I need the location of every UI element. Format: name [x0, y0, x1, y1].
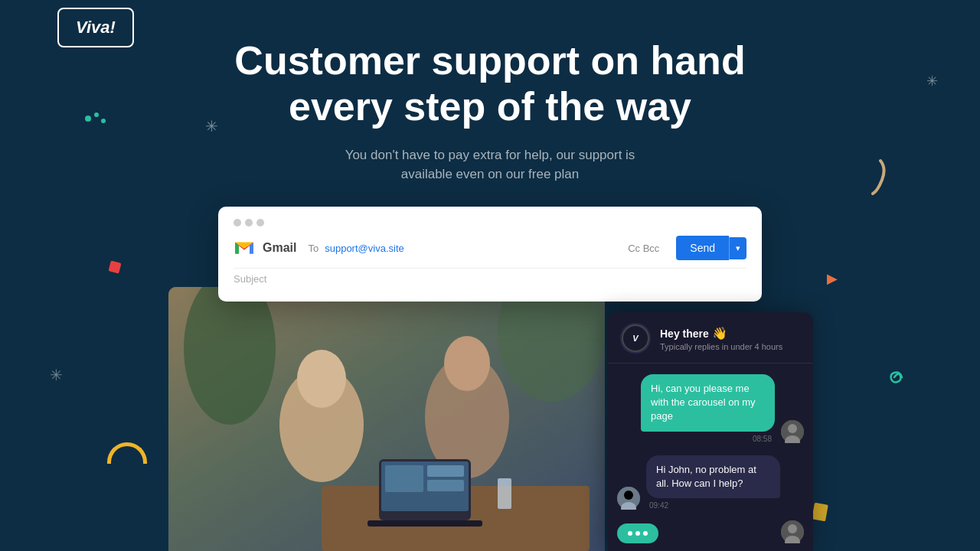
- svg-point-18: [788, 424, 797, 433]
- gmail-to-label: To: [308, 243, 318, 254]
- orange-arrow-decoration: ▶: [827, 270, 838, 287]
- hero-section: Customer support on hand every step of t…: [0, 38, 980, 184]
- svg-point-27: [94, 112, 99, 117]
- typing-dot-3: [643, 531, 648, 536]
- hero-title-line2: every step of the way: [289, 84, 691, 129]
- svg-point-21: [624, 491, 633, 500]
- chat-agent-message-text: Hi John, no problem at all. How can I he…: [656, 464, 756, 489]
- gmail-app-name: Gmail: [263, 241, 296, 255]
- svg-point-26: [85, 116, 91, 122]
- asterisk-decoration-left: ✳: [205, 117, 218, 135]
- gmail-window-controls: [234, 219, 746, 227]
- photo-background: [168, 287, 605, 551]
- chat-header-text: Hey there 👋 Typically replies in under 4…: [660, 326, 782, 351]
- user-avatar-icon: [781, 420, 804, 443]
- chat-typing-bubble: [617, 523, 658, 543]
- chat-user-avatar-1: [781, 420, 804, 443]
- svg-point-9: [444, 336, 490, 391]
- asterisk-decoration-right: ✳: [926, 73, 938, 90]
- agent-avatar-icon: [617, 487, 640, 510]
- gmail-subject-placeholder: Subject: [234, 273, 266, 285]
- gmail-send-button-group[interactable]: Send ▾: [676, 236, 746, 260]
- gmail-dot-1: [234, 219, 241, 227]
- chat-viva-logo-icon: V: [622, 324, 649, 352]
- chat-logo-text: V: [632, 334, 638, 343]
- svg-rect-12: [368, 520, 482, 527]
- typing-dot-2: [635, 531, 640, 536]
- svg-point-28: [101, 119, 106, 123]
- chat-greeting-text: Hey there: [660, 328, 712, 340]
- svg-point-7: [297, 350, 346, 408]
- gmail-send-dropdown-button[interactable]: ▾: [729, 237, 746, 259]
- gmail-dot-2: [245, 219, 253, 227]
- gmail-to-address: support@viva.site: [325, 243, 404, 254]
- chat-viva-avatar: V: [620, 323, 651, 354]
- svg-rect-14: [385, 465, 423, 492]
- gmail-subject-field[interactable]: Subject: [234, 268, 746, 289]
- chat-status: Typically replies in under 4 hours: [660, 342, 782, 351]
- logo-text: Viva!: [76, 18, 116, 37]
- svg-rect-13: [498, 478, 511, 509]
- chat-message-row-1: Hi, can you please me with the carousel …: [617, 374, 804, 443]
- asterisk-decoration-bottom-left: ✳: [50, 366, 63, 384]
- chat-header: V Hey there 👋 Typically replies in under…: [608, 312, 813, 364]
- yellow-arch-decoration: [107, 442, 147, 464]
- wave-emoji: 👋: [712, 327, 727, 340]
- hero-title-line1: Customer support on hand: [234, 38, 745, 83]
- chat-message-row-2: Hi John, no problem at all. How can I he…: [617, 455, 804, 510]
- chat-user-bubble-wrap: Hi, can you please me with the carousel …: [641, 374, 775, 443]
- green-dots-decoration: [84, 111, 107, 129]
- gmail-header: Gmail To support@viva.site Cc Bcc Send ▾: [234, 236, 746, 260]
- chat-agent-avatar: [617, 487, 640, 510]
- chat-widget: V Hey there 👋 Typically replies in under…: [608, 312, 813, 551]
- hero-subtitle-line1: You don't have to pay extra for help, ou…: [345, 148, 635, 162]
- hero-subtitle-line2: available even on our free plan: [401, 167, 580, 181]
- gmail-send-main-button[interactable]: Send: [676, 236, 729, 260]
- gmail-logo-icon: [234, 237, 255, 259]
- gmail-cc-bcc: Cc Bcc: [628, 243, 659, 254]
- gmail-to-section: To support@viva.site: [308, 243, 620, 254]
- svg-rect-15: [427, 465, 464, 477]
- chat-typing-row: [608, 520, 813, 543]
- tan-hook-decoration: [865, 157, 888, 198]
- chat-agent-bubble: Hi John, no problem at all. How can I he…: [646, 455, 780, 498]
- svg-point-24: [788, 524, 797, 533]
- chat-agent-bubble-wrap: Hi John, no problem at all. How can I he…: [646, 455, 780, 510]
- chat-typing-user-avatar: [781, 520, 804, 543]
- photo-illustration: [168, 287, 605, 551]
- svg-rect-16: [427, 480, 464, 491]
- gmail-card: Gmail To support@viva.site Cc Bcc Send ▾…: [218, 207, 762, 302]
- typing-dot-1: [628, 531, 632, 536]
- chat-greeting: Hey there 👋: [660, 326, 782, 341]
- gmail-dot-3: [256, 219, 264, 227]
- chat-user-bubble: Hi, can you please me with the carousel …: [641, 374, 775, 432]
- hero-subtitle: You don't have to pay extra for help, ou…: [0, 145, 980, 184]
- hero-title: Customer support on hand every step of t…: [0, 38, 980, 130]
- chat-messages: Hi, can you please me with the carousel …: [608, 364, 813, 520]
- gold-rect-decoration: [812, 503, 828, 522]
- chat-agent-message-time: 09:42: [646, 501, 780, 510]
- red-square-decoration: [108, 260, 121, 273]
- typing-user-avatar-icon: [781, 520, 804, 543]
- chat-user-message-text: Hi, can you please me with the carousel …: [651, 383, 756, 422]
- green-spiral-decoration: [882, 365, 906, 393]
- chat-user-message-time: 08:58: [750, 435, 775, 443]
- photo-section: [168, 287, 605, 551]
